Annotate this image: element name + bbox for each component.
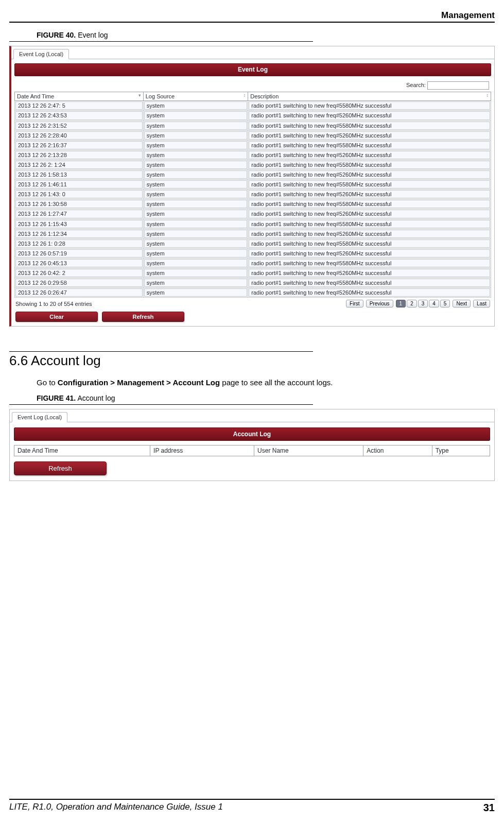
table-cell: radio port#1 switching to new freq#5580M… [249, 101, 490, 110]
pager-next[interactable]: Next [453, 300, 471, 307]
table-header-row: Date And Time IP address User Name Actio… [14, 445, 490, 456]
table-cell: system [144, 180, 248, 188]
table-cell: system [144, 161, 248, 169]
table-cell: 2013 12 26 2:16:37 [15, 141, 143, 149]
table-cell: 2013 12 26 1:27:47 [15, 210, 143, 218]
table-header-row: Date And Time▾ Log Source↕ Description↕ [15, 92, 491, 101]
tab-strip: Event Log (Local) [11, 46, 494, 59]
table-cell: 2013 12 26 2:28:40 [15, 131, 143, 140]
table-cell: radio port#1 switching to new freq#5260M… [249, 111, 490, 119]
table-cell: radio port#1 switching to new freq#5260M… [249, 269, 490, 277]
table-row: 2013 12 26 0:42: 2systemradio port#1 swi… [15, 268, 491, 278]
figure-41-rule [9, 404, 313, 405]
pager-last[interactable]: Last [473, 300, 490, 307]
pager-page-4[interactable]: 4 [429, 300, 439, 307]
table-row: 2013 12 26 1:46:11systemradio port#1 swi… [15, 180, 491, 190]
col-user-name[interactable]: User Name [254, 445, 363, 456]
table-row: 2013 12 26 2:16:37systemradio port#1 swi… [15, 140, 491, 150]
table-cell: 2013 12 26 0:45:13 [15, 259, 143, 267]
account-log-title-bar: Account Log [14, 427, 490, 441]
event-log-title-bar: Event Log [14, 63, 491, 76]
table-cell: 2013 12 26 2:43:53 [15, 111, 143, 119]
event-log-table: Date And Time▾ Log Source↕ Description↕ … [14, 92, 491, 298]
refresh-button-2[interactable]: Refresh [14, 461, 107, 475]
table-cell: 2013 12 26 0:57:19 [15, 249, 143, 258]
table-cell: radio port#1 switching to new freq#5580M… [249, 180, 490, 188]
figure-40-title: Event log [78, 31, 108, 39]
pager-prev[interactable]: Previous [366, 300, 393, 307]
table-cell: 2013 12 26 0:29:58 [15, 279, 143, 287]
figure-40-label: FIGURE 40. [37, 31, 76, 39]
table-cell: 2013 12 26 2:47: 5 [15, 101, 143, 110]
search-row: Search: [14, 76, 491, 92]
pager-first[interactable]: First [346, 300, 363, 307]
table-cell: system [144, 210, 248, 218]
col-description[interactable]: Description↕ [248, 92, 491, 101]
table-row: 2013 12 26 0:57:19systemradio port#1 swi… [15, 248, 491, 258]
table-row: 2013 12 26 2:28:40systemradio port#1 swi… [15, 130, 491, 140]
section-rule [9, 351, 313, 352]
account-log-table: Date And Time IP address User Name Actio… [14, 445, 490, 456]
tab-event-log-local[interactable]: Event Log (Local) [13, 49, 69, 59]
figure-41-label: FIGURE 41. [37, 394, 76, 402]
table-cell: radio port#1 switching to new freq#5580M… [249, 279, 490, 287]
table-cell: system [144, 170, 248, 179]
pager: First Previous 12345 Next Last [345, 300, 490, 307]
pager-page-5[interactable]: 5 [440, 300, 450, 307]
table-cell: radio port#1 switching to new freq#5260M… [249, 288, 490, 297]
table-row: 2013 12 26 2:43:53systemradio port#1 swi… [15, 111, 491, 121]
table-cell: radio port#1 switching to new freq#5580M… [249, 141, 490, 149]
table-cell: 2013 12 26 1: 0:28 [15, 239, 143, 248]
table-cell: 2013 12 26 2:31:52 [15, 122, 143, 130]
table-row: 2013 12 26 0:45:13systemradio port#1 swi… [15, 258, 491, 268]
col-date-and-time[interactable]: Date And Time▾ [15, 92, 144, 101]
account-log-screenshot: Event Log (Local) Account Log Date And T… [9, 409, 495, 481]
clear-button[interactable]: Clear [15, 312, 98, 322]
table-cell: radio port#1 switching to new freq#5580M… [249, 239, 490, 248]
table-row: 2013 12 26 1: 0:28systemradio port#1 swi… [15, 238, 491, 248]
col-ip-address[interactable]: IP address [150, 445, 254, 456]
figure-41-title: Account log [77, 394, 115, 402]
footer-doc-title: LITE, R1.0, Operation and Maintenance Gu… [9, 802, 223, 814]
table-row: 2013 12 26 2:31:52systemradio port#1 swi… [15, 121, 491, 130]
col-action[interactable]: Action [363, 445, 432, 456]
table-cell: system [144, 131, 248, 140]
table-cell: radio port#1 switching to new freq#5260M… [249, 190, 490, 198]
table-cell: system [144, 230, 248, 238]
pager-page-2[interactable]: 2 [407, 300, 417, 307]
pager-page-3[interactable]: 3 [418, 300, 428, 307]
refresh-button[interactable]: Refresh [102, 312, 184, 322]
table-row: 2013 12 26 1:12:34systemradio port#1 swi… [15, 229, 491, 238]
table-cell: system [144, 279, 248, 287]
table-row: 2013 12 26 0:26:47systemradio port#1 swi… [15, 288, 491, 298]
table-cell: system [144, 141, 248, 149]
table-cell: radio port#1 switching to new freq#5260M… [249, 170, 490, 179]
table-row: 2013 12 26 1:27:47systemradio port#1 swi… [15, 209, 491, 219]
search-input[interactable] [427, 81, 489, 90]
table-cell: 2013 12 26 1:15:43 [15, 220, 143, 228]
table-cell: system [144, 269, 248, 277]
table-cell: radio port#1 switching to new freq#5260M… [249, 151, 490, 159]
col-type[interactable]: Type [432, 445, 490, 456]
event-log-screenshot: Event Log (Local) Event Log Search: Date… [9, 46, 495, 327]
tab-event-log-local-2[interactable]: Event Log (Local) [12, 412, 67, 422]
table-cell: system [144, 288, 248, 297]
table-row: 2013 12 26 2: 1:24systemradio port#1 swi… [15, 160, 491, 169]
table-cell: system [144, 259, 248, 267]
col-log-source[interactable]: Log Source↕ [143, 92, 248, 101]
table-row: 2013 12 26 2:13:28systemradio port#1 swi… [15, 150, 491, 160]
showing-entries: Showing 1 to 20 of 554 entries [15, 301, 92, 307]
table-cell: system [144, 151, 248, 159]
section-6-6-heading: 6.6 Account log [9, 353, 495, 369]
table-cell: radio port#1 switching to new freq#5580M… [249, 220, 490, 228]
sort-both-icon: ↕ [486, 93, 489, 98]
pager-page-1[interactable]: 1 [396, 300, 406, 307]
table-cell: 2013 12 26 2: 1:24 [15, 161, 143, 169]
table-cell: system [144, 101, 248, 110]
table-row: 2013 12 26 2:47: 5systemradio port#1 swi… [15, 101, 491, 111]
col-date-and-time[interactable]: Date And Time [14, 445, 150, 456]
table-cell: system [144, 190, 248, 198]
table-row: 2013 12 26 1:30:58systemradio port#1 swi… [15, 199, 491, 209]
table-cell: system [144, 249, 248, 258]
table-cell: radio port#1 switching to new freq#5580M… [249, 122, 490, 130]
